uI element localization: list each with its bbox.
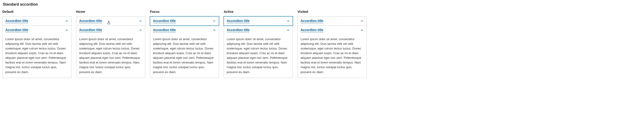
accordion-body: Lorem ipsum dolor sit amet, consectetur … xyxy=(224,34,292,78)
chevron-down-icon xyxy=(360,20,364,23)
state-label: Hover xyxy=(76,10,145,14)
accordion-toggle[interactable]: Accordion title xyxy=(2,16,71,26)
accordion-title: Accordion title xyxy=(5,28,28,32)
page-title: Standard accordion xyxy=(3,2,366,6)
accordion-item: Accordion title Lorem ipsum dolor sit am… xyxy=(224,26,293,78)
accordion-item: Accordion title Lorem ipsum dolor sit am… xyxy=(150,26,219,78)
chevron-up-icon xyxy=(65,28,68,32)
accordion-item: Accordion title xyxy=(2,16,72,26)
chevron-down-icon xyxy=(286,20,290,23)
accordion-item: Accordion title xyxy=(76,16,145,26)
state-label: Focus xyxy=(150,10,219,14)
state-column-default: Default Accordion title Accordion title … xyxy=(2,10,72,78)
chevron-down-icon xyxy=(213,20,216,23)
state-label: Default xyxy=(2,10,72,14)
accordion-title: Accordion title xyxy=(153,28,176,32)
accordion-toggle[interactable]: Accordion title xyxy=(298,16,366,26)
cursor-hand-icon xyxy=(107,20,111,24)
accordion-body: Lorem ipsum dolor sit amet, consectetur … xyxy=(298,34,366,78)
state-column-focus: Focus Accordion title Accordion title Lo… xyxy=(150,10,219,78)
accordion-item: Accordion title xyxy=(298,16,366,26)
state-column-active: Active Accordion title Accordion title L… xyxy=(224,10,293,78)
chevron-down-icon xyxy=(65,20,68,23)
state-label: Visited xyxy=(298,10,366,14)
chevron-up-icon xyxy=(139,28,142,32)
accordion-toggle[interactable]: Accordion title xyxy=(76,16,145,26)
accordion-toggle[interactable]: Accordion title xyxy=(76,26,145,34)
accordion-body: Lorem ipsum dolor sit amet, consectetur … xyxy=(150,34,219,78)
accordion-item: Accordion title Lorem ipsum dolor sit am… xyxy=(76,26,145,78)
state-label: Active xyxy=(224,10,293,14)
accordion-item: Accordion title xyxy=(224,16,293,26)
accordion-toggle[interactable]: Accordion title xyxy=(224,16,292,26)
accordion-title: Accordion title xyxy=(79,28,102,32)
accordion-title: Accordion title xyxy=(79,19,102,23)
accordion-toggle[interactable]: Accordion title xyxy=(298,26,366,34)
accordion-body: Lorem ipsum dolor sit amet, consectetur … xyxy=(2,34,71,78)
accordion-item: Accordion title xyxy=(150,16,219,26)
accordion-item: Accordion title Lorem ipsum dolor sit am… xyxy=(298,26,366,78)
accordion-toggle[interactable]: Accordion title xyxy=(150,16,219,26)
state-column-visited: Visited Accordion title Accordion title … xyxy=(298,10,366,78)
accordion-toggle[interactable]: Accordion title xyxy=(150,26,219,34)
state-column-hover: Hover Accordion title Accordion xyxy=(76,10,145,78)
accordion-title: Accordion title xyxy=(300,28,324,32)
accordion-title: Accordion title xyxy=(227,28,250,32)
accordion-item: Accordion title Lorem ipsum dolor sit am… xyxy=(2,26,72,78)
chevron-up-icon xyxy=(286,28,290,32)
chevron-up-icon xyxy=(213,28,216,32)
accordion-title: Accordion title xyxy=(5,19,28,23)
chevron-down-icon xyxy=(139,20,142,23)
chevron-up-icon xyxy=(360,28,364,32)
accordion-toggle[interactable]: Accordion title xyxy=(224,26,292,34)
accordion-state-row: Default Accordion title Accordion title … xyxy=(2,10,366,78)
accordion-title: Accordion title xyxy=(300,19,324,23)
accordion-toggle[interactable]: Accordion title xyxy=(2,26,71,34)
accordion-title: Accordion title xyxy=(153,19,176,23)
accordion-body: Lorem ipsum dolor sit amet, consectetur … xyxy=(76,34,145,78)
accordion-title: Accordion title xyxy=(227,19,250,23)
